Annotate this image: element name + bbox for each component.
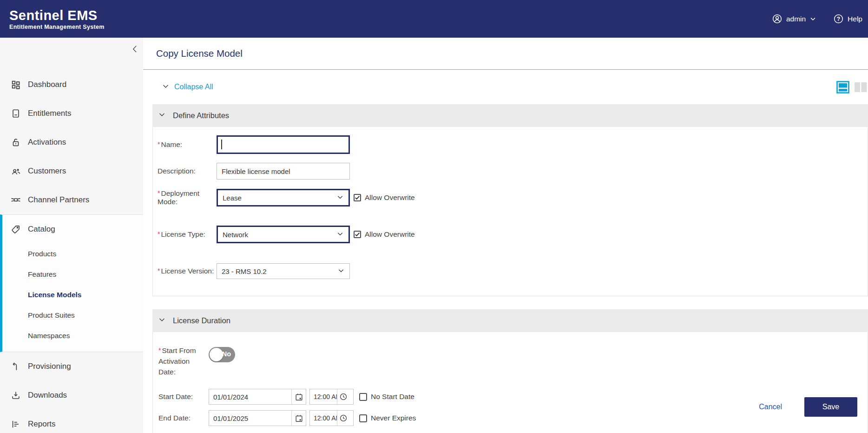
sidebar-item-label: Activations bbox=[28, 138, 66, 147]
name-label: *Name: bbox=[153, 140, 217, 149]
sidebar-item-catalog[interactable]: Catalog bbox=[2, 215, 143, 244]
required-asterisk: * bbox=[158, 267, 160, 274]
customers-people-icon bbox=[10, 166, 21, 177]
deployment-mode-select[interactable]: Lease bbox=[217, 189, 350, 207]
license-duration-panel: *Start From Activation Date: No Start Da… bbox=[152, 332, 868, 433]
sidebar-item-namespaces[interactable]: Namespaces bbox=[2, 326, 143, 346]
chevron-left-icon bbox=[131, 43, 140, 56]
end-date-input[interactable] bbox=[209, 411, 291, 426]
chevron-down-icon bbox=[162, 82, 170, 92]
two-column-view-icon[interactable] bbox=[854, 81, 867, 93]
navbar-right: admin ? Help bbox=[772, 13, 868, 24]
help-menu[interactable]: ? Help bbox=[833, 13, 862, 24]
clock-icon[interactable] bbox=[337, 389, 349, 404]
license-type-select[interactable]: Network bbox=[217, 226, 350, 243]
end-time-input[interactable] bbox=[310, 411, 337, 426]
channel-partners-handshake-icon bbox=[10, 194, 21, 206]
start-from-activation-label: *Start From Activation Date: bbox=[153, 345, 209, 377]
license-type-value: Network bbox=[223, 231, 248, 239]
chevron-down-icon bbox=[336, 193, 344, 202]
license-version-value: 23 - RMS 10.2 bbox=[222, 267, 267, 275]
sidebar-item-label: Downloads bbox=[28, 391, 67, 400]
description-input[interactable] bbox=[217, 163, 350, 180]
checkbox-checked-icon bbox=[354, 231, 361, 238]
dashboard-icon bbox=[10, 79, 21, 90]
start-time-input[interactable] bbox=[310, 389, 337, 404]
deployment-allow-overwrite-checkbox[interactable]: Allow Overwrite bbox=[354, 193, 415, 202]
sidebar-item-dashboard[interactable]: Dashboard bbox=[0, 70, 143, 99]
checkbox-unchecked-icon bbox=[359, 393, 367, 401]
start-date-label: Start Date: bbox=[153, 393, 209, 401]
sidebar-collapse-button[interactable] bbox=[129, 43, 141, 56]
clock-icon[interactable] bbox=[337, 411, 349, 426]
sidebar-item-customers[interactable]: Customers bbox=[0, 157, 143, 186]
chevron-down-icon bbox=[337, 267, 345, 276]
sidebar-item-label: Channel Partners bbox=[28, 195, 89, 205]
sidebar-subitem-label: Product Suites bbox=[28, 311, 75, 320]
checkbox-checked-icon bbox=[354, 194, 361, 201]
provisioning-split-arrow-icon bbox=[10, 361, 21, 372]
description-row: Description: bbox=[153, 163, 868, 180]
no-start-date-label: No Start Date bbox=[371, 393, 414, 401]
license-version-select[interactable]: 23 - RMS 10.2 bbox=[217, 263, 350, 279]
allow-overwrite-label: Allow Overwrite bbox=[365, 230, 415, 239]
app-root: Sentinel EMS Entitlement Management Syst… bbox=[0, 0, 868, 433]
text-cursor bbox=[221, 140, 222, 149]
calendar-icon[interactable] bbox=[291, 411, 306, 426]
sidebar-item-features[interactable]: Features bbox=[2, 264, 143, 285]
sidebar-item-provisioning[interactable]: Provisioning bbox=[0, 352, 143, 381]
name-row: *Name: bbox=[153, 135, 868, 154]
sidebar-item-label: Dashboard bbox=[28, 80, 66, 89]
license-version-label: *License Version: bbox=[153, 267, 217, 275]
start-date-field bbox=[209, 389, 306, 405]
no-start-date-checkbox[interactable]: No Start Date bbox=[359, 393, 414, 401]
allow-overwrite-label: Allow Overwrite bbox=[365, 193, 415, 202]
user-name: admin bbox=[786, 15, 806, 23]
end-date-field bbox=[209, 410, 306, 426]
sidebar-item-product-suites[interactable]: Product Suites bbox=[2, 305, 143, 326]
collapse-all-label: Collapse All bbox=[174, 83, 213, 91]
start-date-input[interactable] bbox=[209, 389, 291, 404]
user-icon bbox=[772, 13, 783, 24]
calendar-icon[interactable] bbox=[291, 389, 306, 404]
top-navbar: Sentinel EMS Entitlement Management Syst… bbox=[0, 0, 868, 38]
single-column-view-icon[interactable] bbox=[836, 81, 849, 93]
sidebar-item-entitlements[interactable]: Entitlements bbox=[0, 99, 143, 128]
required-asterisk: * bbox=[158, 230, 160, 238]
never-expires-checkbox[interactable]: Never Expires bbox=[359, 414, 416, 422]
sidebar-subitem-label: Namespaces bbox=[28, 332, 70, 340]
user-menu[interactable]: admin bbox=[772, 13, 816, 24]
sidebar-item-reports[interactable]: Reports bbox=[0, 410, 143, 433]
cancel-button[interactable]: Cancel bbox=[759, 403, 782, 411]
section-header-define-attributes[interactable]: Define Attributes bbox=[152, 104, 868, 127]
sidebar-item-downloads[interactable]: Downloads bbox=[0, 381, 143, 410]
sidebar-item-license-models[interactable]: License Models bbox=[2, 285, 143, 305]
license-version-row: *License Version: 23 - RMS 10.2 bbox=[153, 263, 868, 279]
sidebar-subitem-label: Products bbox=[28, 250, 56, 258]
section-header-license-duration[interactable]: License Duration bbox=[152, 309, 868, 332]
deployment-mode-value: Lease bbox=[223, 194, 242, 202]
sidebar-item-products[interactable]: Products bbox=[2, 244, 143, 264]
sidebar: Dashboard Entitlements bbox=[0, 38, 143, 433]
sidebar-item-label: Reports bbox=[28, 420, 56, 429]
sidebar-item-channel-partners[interactable]: Channel Partners bbox=[0, 186, 143, 214]
required-asterisk: * bbox=[158, 189, 160, 197]
logo-title: Sentinel EMS bbox=[9, 8, 105, 23]
chevron-down-icon bbox=[158, 111, 166, 120]
app-logo: Sentinel EMS Entitlement Management Syst… bbox=[0, 8, 105, 30]
sidebar-nav: Dashboard Entitlements bbox=[0, 70, 143, 433]
collapse-all-button[interactable]: Collapse All bbox=[162, 82, 213, 92]
chevron-down-icon bbox=[158, 316, 166, 326]
start-from-activation-toggle[interactable]: No bbox=[209, 347, 235, 362]
sidebar-subitem-label: Features bbox=[28, 270, 56, 279]
section-title: License Duration bbox=[173, 316, 230, 325]
checkbox-unchecked-icon bbox=[359, 414, 367, 422]
page-header: Copy License Model bbox=[143, 38, 868, 70]
sidebar-item-activations[interactable]: Activations bbox=[0, 128, 143, 157]
deployment-mode-label: *Deployment Mode: bbox=[153, 189, 217, 206]
save-button[interactable]: Save bbox=[804, 397, 857, 417]
sidebar-item-label: Provisioning bbox=[28, 362, 71, 371]
start-from-activation-row: *Start From Activation Date: No bbox=[153, 347, 868, 377]
license-type-allow-overwrite-checkbox[interactable]: Allow Overwrite bbox=[354, 230, 415, 239]
name-input[interactable] bbox=[217, 135, 350, 154]
